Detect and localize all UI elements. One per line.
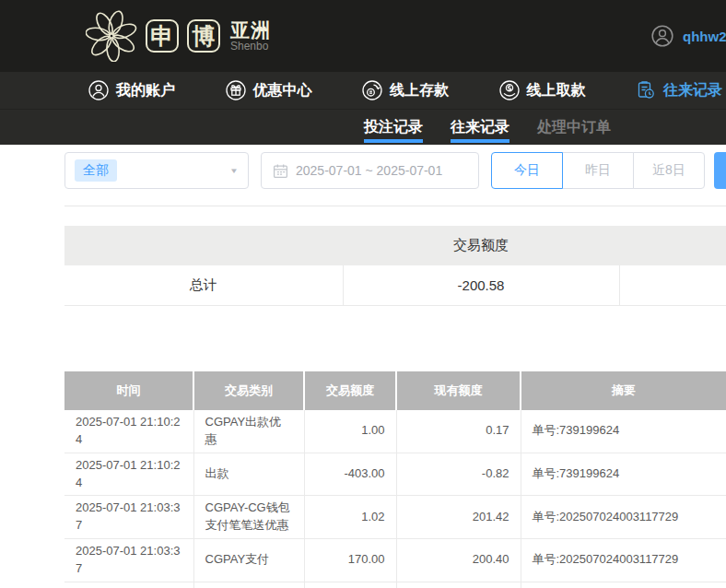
flower-logo-icon	[86, 10, 137, 62]
table-header-row: 时间 交易类别 交易额度 现有额度 摘要	[64, 371, 726, 410]
tab-label: 往来记录	[451, 118, 509, 137]
summary-header-empty	[64, 226, 343, 265]
nav-item-my-account[interactable]: 我的账户	[88, 79, 175, 101]
col-header-summary: 摘要	[521, 371, 726, 410]
summary-table: 交易额度 总计 -200.58	[64, 226, 726, 306]
nav-item-online-deposit[interactable]: 线上存款	[361, 79, 449, 101]
yesterday-button[interactable]: 昨日	[562, 152, 634, 189]
cell-type: CGPAY-CG钱包支付笔笔送优惠	[193, 496, 304, 539]
tab-label: 投注记录	[364, 118, 423, 137]
logo-char-shen: 申	[146, 19, 179, 53]
quick-date-buttons: 今日 昨日 近8日	[491, 152, 705, 189]
tab-betting-records[interactable]: 投注记录	[364, 110, 423, 145]
summary-header-amount: 交易额度	[343, 226, 619, 265]
today-button[interactable]: 今日	[491, 152, 563, 189]
table-row: 2025-07-01 21:10:24 CGPAY出款优惠 1.00 0.17 …	[64, 410, 726, 453]
summary-empty-cell	[619, 265, 726, 305]
withdraw-icon	[498, 79, 521, 101]
summary-total-value: -200.58	[343, 265, 619, 305]
deposit-icon	[361, 79, 383, 101]
sub-navigation: 投注记录 往来记录 处理中订单	[0, 109, 726, 145]
summary-header-row: 交易额度	[64, 226, 726, 265]
nav-label: 线上取款	[527, 81, 586, 100]
logo-subtitle: Shenbo	[230, 41, 271, 53]
cell-amount: 170.00	[304, 539, 396, 582]
date-range-value: 2025-07-01 ~ 2025-07-01	[296, 163, 442, 178]
logo-char-bo: 博	[187, 19, 220, 53]
content-area: 全部 ▼ 2025-07-01 ~ 2025-07-01 今日 昨日 近8日 交…	[0, 145, 726, 588]
user-avatar-icon	[650, 24, 674, 48]
cell-balance: 30.40	[396, 582, 521, 588]
cell-time: 2025-07-01 21:02:54	[64, 582, 193, 588]
cell-summary: 单号:202507024003117729	[521, 539, 726, 582]
search-button[interactable]	[714, 152, 726, 189]
table-row: 2025-07-01 21:03:37 CGPAY支付 170.00 200.4…	[64, 539, 726, 582]
user-account[interactable]: qhhw2	[650, 24, 726, 48]
cell-amount: 1.02	[304, 496, 396, 539]
cell-summary: 单号:739199624	[521, 410, 726, 453]
logo-region-text: 亚洲	[230, 19, 271, 41]
col-header-amount: 交易额度	[304, 371, 396, 410]
top-header: 申 博 亚洲 Shenbo qhhw2	[0, 0, 726, 72]
transactions-table: 时间 交易类别 交易额度 现有额度 摘要 2025-07-01 21:10:24…	[64, 371, 726, 588]
calendar-icon	[273, 163, 288, 179]
cell-type: CGPAY支付	[193, 539, 304, 582]
cell-summary: 2025年月历史回馈_0701	[521, 582, 726, 588]
summary-total-row: 总计 -200.58	[64, 265, 726, 305]
cell-amount: 1.00	[304, 410, 396, 453]
filter-divider	[64, 206, 726, 206]
cell-balance: 200.40	[396, 539, 521, 582]
date-range-picker[interactable]: 2025-07-01 ~ 2025-07-01	[261, 152, 479, 189]
nav-label: 线上存款	[390, 81, 449, 100]
cell-type: 存款/取款/打码/损益	[193, 582, 304, 588]
cell-balance: -0.82	[396, 453, 521, 496]
main-navigation: 我的账户 优惠中心 线上存款 线上取款	[0, 72, 726, 109]
cell-balance: 201.42	[396, 496, 521, 539]
cell-time: 2025-07-01 21:03:37	[64, 539, 193, 582]
nav-item-online-withdraw[interactable]: 线上取款	[498, 79, 586, 101]
cell-time: 2025-07-01 21:10:24	[64, 410, 193, 453]
cell-amount: 28.00	[304, 582, 396, 588]
col-header-balance: 现有额度	[396, 371, 521, 410]
col-header-time: 时间	[64, 371, 193, 410]
cell-summary: 单号:202507024003117729	[521, 496, 726, 539]
cell-type: 出款	[193, 453, 304, 496]
table-row: 2025-07-01 21:02:54 存款/取款/打码/损益 28.00 30…	[64, 582, 726, 588]
table-row: 2025-07-01 21:03:37 CGPAY-CG钱包支付笔笔送优惠 1.…	[64, 496, 726, 539]
cell-amount: -403.00	[304, 453, 396, 496]
last-8-days-button[interactable]: 近8日	[633, 152, 705, 189]
records-icon	[635, 79, 657, 101]
chevron-down-icon: ▼	[229, 167, 239, 175]
selected-type-chip: 全部	[75, 159, 117, 182]
cell-summary: 单号:739199624	[521, 453, 726, 496]
username-text: qhhw2	[683, 29, 726, 44]
nav-item-transaction-records[interactable]: 往来记录	[635, 79, 722, 101]
type-select[interactable]: 全部 ▼	[64, 152, 249, 189]
nav-label: 优惠中心	[253, 81, 312, 100]
tab-transaction-records[interactable]: 往来记录	[451, 110, 509, 145]
nav-label: 我的账户	[116, 81, 175, 100]
cell-balance: 0.17	[396, 410, 521, 453]
promo-icon	[225, 79, 247, 101]
summary-total-label: 总计	[64, 265, 343, 305]
cell-type: CGPAY出款优惠	[193, 410, 304, 453]
tab-label: 处理中订单	[537, 118, 611, 137]
cell-time: 2025-07-01 21:03:37	[64, 496, 193, 539]
col-header-type: 交易类别	[193, 371, 304, 410]
nav-item-promo-center[interactable]: 优惠中心	[225, 79, 312, 101]
site-logo[interactable]: 申 博 亚洲 Shenbo	[86, 10, 271, 62]
cell-time: 2025-07-01 21:10:24	[64, 453, 193, 496]
table-row: 2025-07-01 21:10:24 出款 -403.00 -0.82 单号:…	[64, 453, 726, 496]
nav-label: 往来记录	[663, 81, 722, 100]
summary-header-empty	[619, 226, 726, 265]
tab-pending-orders[interactable]: 处理中订单	[537, 110, 611, 145]
account-icon	[88, 79, 110, 101]
